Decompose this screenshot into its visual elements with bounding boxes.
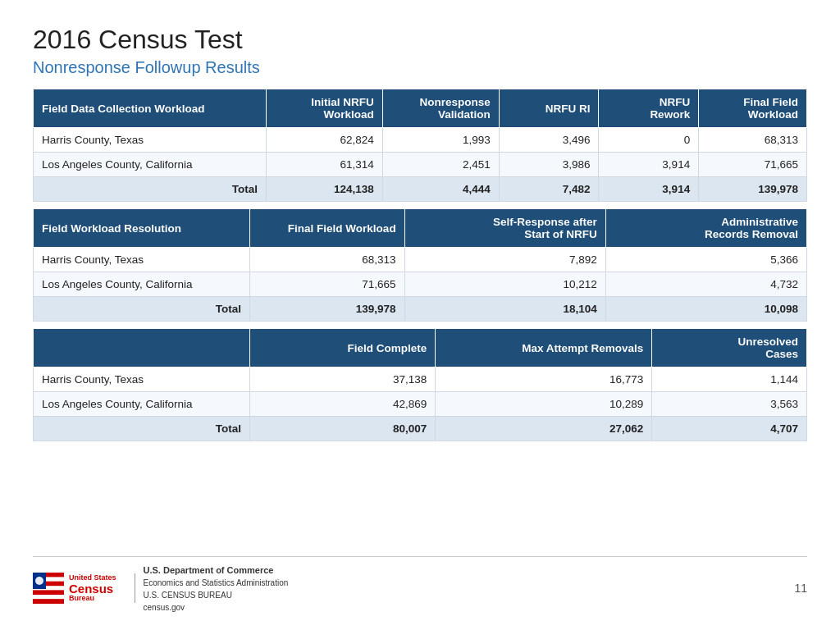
divider bbox=[135, 573, 135, 603]
table2-header-col3: Self-Response afterStart of NRFU bbox=[404, 209, 605, 248]
total-row: Total139,97818,10410,098 bbox=[34, 297, 807, 322]
row-label: Harris County, Texas bbox=[34, 248, 250, 272]
row-value: 1,144 bbox=[652, 368, 807, 392]
total-value: 4,444 bbox=[382, 177, 499, 202]
svg-rect-6 bbox=[33, 595, 64, 599]
table3-header-col2: Field Complete bbox=[250, 329, 436, 368]
row-label: Los Angeles County, California bbox=[34, 272, 250, 297]
table3-header-col4: UnresolvedCases bbox=[652, 329, 807, 368]
table2-header-col4: AdministrativeRecords Removal bbox=[605, 209, 806, 248]
row-value: 3,986 bbox=[499, 153, 599, 177]
row-value: 3,563 bbox=[652, 392, 807, 417]
page-number: 11 bbox=[794, 582, 807, 595]
row-value: 2,451 bbox=[382, 153, 499, 177]
total-value: 4,707 bbox=[652, 417, 807, 441]
table-row: Los Angeles County, California61,3142,45… bbox=[34, 153, 807, 177]
table-row: Harris County, Texas62,8241,9933,496068,… bbox=[34, 128, 807, 153]
table-row: Los Angeles County, California71,66510,2… bbox=[34, 272, 807, 297]
row-value: 4,732 bbox=[605, 272, 806, 297]
footer-dept: U.S. Department of Commerce Economics an… bbox=[144, 564, 289, 614]
page-subtitle: Nonresponse Followup Results bbox=[33, 58, 807, 77]
census-logo: United States Census Bureau bbox=[33, 573, 116, 604]
table3-section: Field Complete Max Attempt Removals Unre… bbox=[33, 328, 807, 441]
row-label: Harris County, Texas bbox=[34, 128, 267, 153]
svg-rect-7 bbox=[33, 600, 64, 605]
table-row: Harris County, Texas68,3137,8925,366 bbox=[34, 248, 807, 272]
total-value: 124,138 bbox=[266, 177, 382, 202]
table-row: Los Angeles County, California42,86910,2… bbox=[34, 392, 807, 417]
footer: United States Census Bureau U.S. Departm… bbox=[33, 556, 807, 614]
svg-rect-5 bbox=[33, 591, 64, 595]
row-label: Los Angeles County, California bbox=[34, 392, 250, 417]
page-title: 2016 Census Test bbox=[33, 25, 807, 55]
total-label: Total bbox=[34, 177, 267, 202]
table1-header-col6: Final FieldWorkload bbox=[699, 89, 807, 128]
table2-header-col1: Field Workload Resolution bbox=[34, 209, 250, 248]
dept-line2: Economics and Statistics Administration bbox=[144, 577, 289, 589]
row-value: 5,366 bbox=[605, 248, 806, 272]
bureau-text: Bureau bbox=[69, 595, 116, 603]
census-text: Census bbox=[69, 582, 116, 595]
row-label: Los Angeles County, California bbox=[34, 153, 267, 177]
row-label: Harris County, Texas bbox=[34, 368, 250, 392]
table3-header-col1 bbox=[34, 329, 250, 368]
table3: Field Complete Max Attempt Removals Unre… bbox=[33, 328, 807, 441]
row-value: 68,313 bbox=[250, 248, 405, 272]
table3-header-col3: Max Attempt Removals bbox=[436, 329, 652, 368]
total-row: Total80,00727,0624,707 bbox=[34, 417, 807, 441]
dept-line1: U.S. Department of Commerce bbox=[144, 564, 289, 578]
page: 2016 Census Test Nonresponse Followup Re… bbox=[0, 0, 840, 630]
table1-section: Field Data Collection Workload Initial N… bbox=[33, 89, 807, 202]
row-value: 0 bbox=[599, 128, 699, 153]
total-row: Total124,1384,4447,4823,914139,978 bbox=[34, 177, 807, 202]
total-value: 18,104 bbox=[404, 297, 605, 322]
dept-line4: census.gov bbox=[144, 601, 289, 614]
total-value: 10,098 bbox=[605, 297, 806, 322]
row-value: 71,665 bbox=[250, 272, 405, 297]
total-label: Total bbox=[34, 417, 250, 441]
table1-header-col5: NRFURework bbox=[599, 89, 699, 128]
row-value: 71,665 bbox=[699, 153, 807, 177]
row-value: 10,289 bbox=[436, 392, 652, 417]
row-value: 16,773 bbox=[436, 368, 652, 392]
total-value: 80,007 bbox=[250, 417, 436, 441]
table1-header-col2: Initial NRFUWorkload bbox=[266, 89, 382, 128]
total-value: 139,978 bbox=[250, 297, 405, 322]
total-value: 7,482 bbox=[499, 177, 599, 202]
dept-line3: U.S. CENSUS BUREAU bbox=[144, 589, 289, 601]
total-value: 3,914 bbox=[599, 177, 699, 202]
census-flag-icon bbox=[33, 573, 64, 604]
row-value: 61,314 bbox=[266, 153, 382, 177]
table1-header-col4: NRFU RI bbox=[499, 89, 599, 128]
table1-header-col1: Field Data Collection Workload bbox=[34, 89, 267, 128]
row-value: 42,869 bbox=[250, 392, 436, 417]
table2-section: Field Workload Resolution Final Field Wo… bbox=[33, 208, 807, 322]
row-value: 10,212 bbox=[404, 272, 605, 297]
total-value: 139,978 bbox=[699, 177, 807, 202]
row-value: 1,993 bbox=[382, 128, 499, 153]
row-value: 68,313 bbox=[699, 128, 807, 153]
row-value: 7,892 bbox=[404, 248, 605, 272]
table1-header-col3: NonresponseValidation bbox=[382, 89, 499, 128]
row-value: 3,496 bbox=[499, 128, 599, 153]
row-value: 37,138 bbox=[250, 368, 436, 392]
row-value: 3,914 bbox=[599, 153, 699, 177]
total-value: 27,062 bbox=[436, 417, 652, 441]
row-value: 62,824 bbox=[266, 128, 382, 153]
total-label: Total bbox=[34, 297, 250, 322]
table1: Field Data Collection Workload Initial N… bbox=[33, 89, 807, 202]
svg-point-9 bbox=[35, 577, 43, 585]
table2: Field Workload Resolution Final Field Wo… bbox=[33, 208, 807, 322]
table2-header-col2: Final Field Workload bbox=[250, 209, 405, 248]
table-row: Harris County, Texas37,13816,7731,144 bbox=[34, 368, 807, 392]
